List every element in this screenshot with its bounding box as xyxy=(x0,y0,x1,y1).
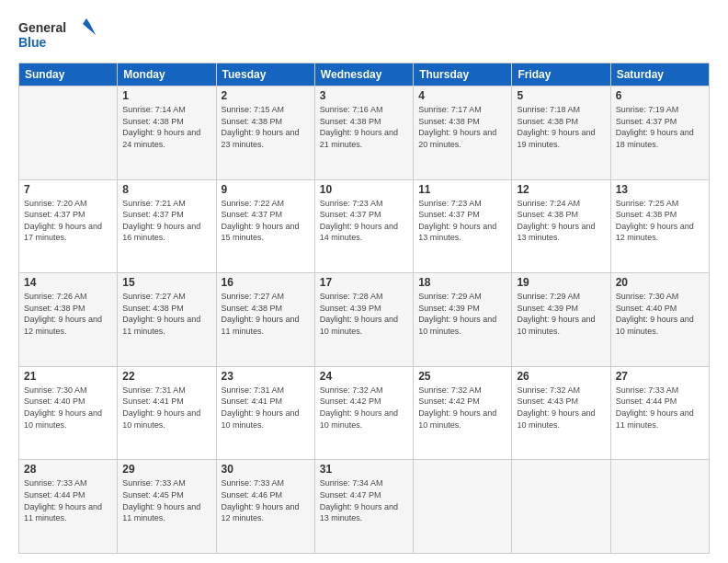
calendar-day-cell xyxy=(512,460,610,554)
day-number: 8 xyxy=(122,183,210,196)
day-info: Sunrise: 7:29 AMSunset: 4:39 PMDaylight:… xyxy=(517,291,605,337)
calendar-day-cell xyxy=(610,460,709,554)
day-info: Sunrise: 7:27 AMSunset: 4:38 PMDaylight:… xyxy=(122,291,210,337)
day-number: 11 xyxy=(418,183,506,196)
calendar-week-row: 1Sunrise: 7:14 AMSunset: 4:38 PMDaylight… xyxy=(19,86,710,180)
day-info: Sunrise: 7:31 AMSunset: 4:41 PMDaylight:… xyxy=(222,385,310,431)
day-number: 12 xyxy=(517,183,605,196)
svg-text:Blue: Blue xyxy=(18,35,47,50)
day-info: Sunrise: 7:32 AMSunset: 4:42 PMDaylight:… xyxy=(418,385,506,431)
weekday-header: Friday xyxy=(512,63,610,86)
calendar-day-cell: 13Sunrise: 7:25 AMSunset: 4:38 PMDayligh… xyxy=(610,179,709,273)
day-number: 28 xyxy=(24,463,112,476)
day-number: 9 xyxy=(222,183,310,196)
calendar-day-cell: 30Sunrise: 7:33 AMSunset: 4:46 PMDayligh… xyxy=(216,460,314,554)
day-info: Sunrise: 7:33 AMSunset: 4:44 PMDaylight:… xyxy=(24,477,112,523)
calendar-day-cell: 24Sunrise: 7:32 AMSunset: 4:42 PMDayligh… xyxy=(314,366,413,460)
day-info: Sunrise: 7:26 AMSunset: 4:38 PMDaylight:… xyxy=(24,291,112,337)
day-info: Sunrise: 7:31 AMSunset: 4:41 PMDaylight:… xyxy=(122,385,210,431)
day-info: Sunrise: 7:28 AMSunset: 4:39 PMDaylight:… xyxy=(320,291,408,337)
day-number: 4 xyxy=(418,89,506,102)
calendar-day-cell: 4Sunrise: 7:17 AMSunset: 4:38 PMDaylight… xyxy=(414,86,512,180)
logo: General Blue xyxy=(18,17,101,53)
calendar-day-cell: 17Sunrise: 7:28 AMSunset: 4:39 PMDayligh… xyxy=(314,273,413,367)
day-number: 6 xyxy=(616,89,704,102)
calendar-day-cell: 31Sunrise: 7:34 AMSunset: 4:47 PMDayligh… xyxy=(314,460,413,554)
day-number: 10 xyxy=(320,183,408,196)
day-info: Sunrise: 7:29 AMSunset: 4:39 PMDaylight:… xyxy=(418,291,506,337)
calendar-week-row: 7Sunrise: 7:20 AMSunset: 4:37 PMDaylight… xyxy=(19,179,710,273)
day-info: Sunrise: 7:33 AMSunset: 4:45 PMDaylight:… xyxy=(122,477,210,523)
calendar-day-cell: 7Sunrise: 7:20 AMSunset: 4:37 PMDaylight… xyxy=(19,179,118,273)
day-number: 26 xyxy=(517,370,605,383)
calendar-day-cell: 21Sunrise: 7:30 AMSunset: 4:40 PMDayligh… xyxy=(19,366,118,460)
weekday-header: Monday xyxy=(118,63,216,86)
calendar-day-cell: 3Sunrise: 7:16 AMSunset: 4:38 PMDaylight… xyxy=(314,86,413,180)
day-number: 30 xyxy=(222,463,310,476)
day-info: Sunrise: 7:21 AMSunset: 4:37 PMDaylight:… xyxy=(122,198,210,244)
calendar-week-row: 14Sunrise: 7:26 AMSunset: 4:38 PMDayligh… xyxy=(19,273,710,367)
calendar-day-cell: 20Sunrise: 7:30 AMSunset: 4:40 PMDayligh… xyxy=(610,273,709,367)
day-number: 21 xyxy=(24,370,112,383)
weekday-header: Wednesday xyxy=(314,63,413,86)
calendar-day-cell: 6Sunrise: 7:19 AMSunset: 4:37 PMDaylight… xyxy=(610,86,709,180)
calendar-day-cell: 18Sunrise: 7:29 AMSunset: 4:39 PMDayligh… xyxy=(414,273,512,367)
calendar-week-row: 28Sunrise: 7:33 AMSunset: 4:44 PMDayligh… xyxy=(19,460,710,554)
day-number: 29 xyxy=(122,463,210,476)
day-number: 24 xyxy=(320,370,408,383)
day-info: Sunrise: 7:30 AMSunset: 4:40 PMDaylight:… xyxy=(24,385,112,431)
calendar-week-row: 21Sunrise: 7:30 AMSunset: 4:40 PMDayligh… xyxy=(19,366,710,460)
calendar-day-cell: 9Sunrise: 7:22 AMSunset: 4:37 PMDaylight… xyxy=(216,179,314,273)
svg-marker-2 xyxy=(83,18,96,35)
calendar-day-cell: 26Sunrise: 7:32 AMSunset: 4:43 PMDayligh… xyxy=(512,366,610,460)
day-number: 27 xyxy=(616,370,704,383)
svg-text:General: General xyxy=(18,20,66,35)
calendar-day-cell: 25Sunrise: 7:32 AMSunset: 4:42 PMDayligh… xyxy=(414,366,512,460)
day-info: Sunrise: 7:22 AMSunset: 4:37 PMDaylight:… xyxy=(222,198,310,244)
day-number: 22 xyxy=(122,370,210,383)
calendar-day-cell: 29Sunrise: 7:33 AMSunset: 4:45 PMDayligh… xyxy=(118,460,216,554)
calendar-day-cell: 23Sunrise: 7:31 AMSunset: 4:41 PMDayligh… xyxy=(216,366,314,460)
day-number: 7 xyxy=(24,183,112,196)
day-info: Sunrise: 7:17 AMSunset: 4:38 PMDaylight:… xyxy=(418,104,506,150)
calendar-day-cell: 10Sunrise: 7:23 AMSunset: 4:37 PMDayligh… xyxy=(314,179,413,273)
calendar-day-cell: 14Sunrise: 7:26 AMSunset: 4:38 PMDayligh… xyxy=(19,273,118,367)
day-number: 18 xyxy=(418,276,506,289)
calendar-day-cell: 5Sunrise: 7:18 AMSunset: 4:38 PMDaylight… xyxy=(512,86,610,180)
day-number: 31 xyxy=(320,463,408,476)
calendar-day-cell: 16Sunrise: 7:27 AMSunset: 4:38 PMDayligh… xyxy=(216,273,314,367)
day-number: 5 xyxy=(517,89,605,102)
day-info: Sunrise: 7:25 AMSunset: 4:38 PMDaylight:… xyxy=(616,198,704,244)
calendar-day-cell xyxy=(19,86,118,180)
weekday-header: Thursday xyxy=(414,63,512,86)
day-info: Sunrise: 7:32 AMSunset: 4:42 PMDaylight:… xyxy=(320,385,408,431)
logo-svg: General Blue xyxy=(18,17,101,53)
day-info: Sunrise: 7:34 AMSunset: 4:47 PMDaylight:… xyxy=(320,477,408,523)
day-number: 15 xyxy=(122,276,210,289)
calendar-table: SundayMondayTuesdayWednesdayThursdayFrid… xyxy=(18,63,710,554)
day-info: Sunrise: 7:33 AMSunset: 4:46 PMDaylight:… xyxy=(222,477,310,523)
weekday-header: Tuesday xyxy=(216,63,314,86)
day-info: Sunrise: 7:27 AMSunset: 4:38 PMDaylight:… xyxy=(222,291,310,337)
day-number: 14 xyxy=(24,276,112,289)
calendar-day-cell: 8Sunrise: 7:21 AMSunset: 4:37 PMDaylight… xyxy=(118,179,216,273)
day-number: 1 xyxy=(122,89,210,102)
day-info: Sunrise: 7:19 AMSunset: 4:37 PMDaylight:… xyxy=(616,104,704,150)
header: General Blue xyxy=(18,17,710,53)
day-info: Sunrise: 7:23 AMSunset: 4:37 PMDaylight:… xyxy=(418,198,506,244)
day-number: 20 xyxy=(616,276,704,289)
day-info: Sunrise: 7:15 AMSunset: 4:38 PMDaylight:… xyxy=(222,104,310,150)
day-info: Sunrise: 7:23 AMSunset: 4:37 PMDaylight:… xyxy=(320,198,408,244)
calendar-day-cell: 27Sunrise: 7:33 AMSunset: 4:44 PMDayligh… xyxy=(610,366,709,460)
calendar-day-cell: 28Sunrise: 7:33 AMSunset: 4:44 PMDayligh… xyxy=(19,460,118,554)
day-number: 2 xyxy=(222,89,310,102)
calendar-day-cell: 22Sunrise: 7:31 AMSunset: 4:41 PMDayligh… xyxy=(118,366,216,460)
day-info: Sunrise: 7:33 AMSunset: 4:44 PMDaylight:… xyxy=(616,385,704,431)
calendar-day-cell: 11Sunrise: 7:23 AMSunset: 4:37 PMDayligh… xyxy=(414,179,512,273)
day-number: 13 xyxy=(616,183,704,196)
calendar-day-cell xyxy=(414,460,512,554)
day-number: 23 xyxy=(222,370,310,383)
day-number: 17 xyxy=(320,276,408,289)
day-info: Sunrise: 7:16 AMSunset: 4:38 PMDaylight:… xyxy=(320,104,408,150)
day-info: Sunrise: 7:18 AMSunset: 4:38 PMDaylight:… xyxy=(517,104,605,150)
